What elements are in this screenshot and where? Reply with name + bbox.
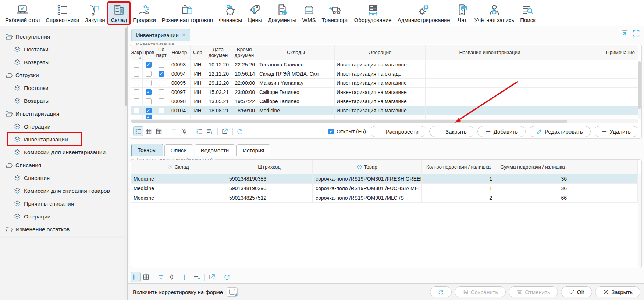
- nav-tree-item[interactable]: Списания: [0, 159, 127, 171]
- nav-tree-item[interactable]: Списания: [0, 171, 127, 184]
- toolbar-item[interactable]: Документы: [265, 2, 299, 24]
- shortage-row[interactable]: Medicine 5901348190390 сорочка-поло /RS1…: [131, 184, 638, 193]
- column-header-byparty[interactable]: По парт: [154, 45, 168, 60]
- byparty-checkbox[interactable]: [159, 80, 164, 86]
- column-header-product[interactable]: Товар: [313, 160, 422, 174]
- closed-checkbox[interactable]: [134, 80, 139, 86]
- shortage-row[interactable]: Medicine 5901348257512 сорочка-поло /RS1…: [131, 193, 638, 203]
- byparty-checkbox[interactable]: [159, 89, 164, 95]
- tab-close-icon[interactable]: ×: [182, 32, 185, 38]
- nav-tree-item[interactable]: Возвраты: [0, 56, 127, 69]
- nav-tree-item[interactable]: Отгрузки: [0, 69, 127, 82]
- toolbar-item[interactable]: Финансы: [216, 2, 245, 24]
- column-header-posted[interactable]: Пров: [143, 45, 154, 60]
- column-header-qty[interactable]: Кол-во недостачи / излишка: [422, 160, 495, 174]
- delete-button[interactable]: Удалить: [594, 126, 638, 137]
- byparty-checkbox[interactable]: [159, 98, 164, 104]
- edit-button[interactable]: Редактировать: [529, 126, 591, 137]
- toolbar-item[interactable]: WMS: [299, 2, 319, 24]
- cancel-button[interactable]: Отменить: [509, 286, 558, 297]
- open-checkbox[interactable]: [328, 129, 334, 134]
- byparty-checkbox[interactable]: [159, 62, 164, 68]
- nav-tree-item[interactable]: Изменение остатков: [0, 223, 127, 236]
- posted-checkbox[interactable]: [146, 98, 152, 104]
- column-header-note[interactable]: Примечание: [554, 45, 638, 60]
- toolbar-item[interactable]: Транспорт: [319, 2, 351, 24]
- byparty-checkbox[interactable]: [159, 71, 164, 77]
- horizontal-scrollbar[interactable]: [131, 119, 638, 123]
- closed-checkbox[interactable]: [134, 98, 139, 104]
- column-header-closed[interactable]: Закр: [131, 45, 143, 60]
- nav-tree-item[interactable]: Инвентаризации: [0, 133, 127, 146]
- toolbar-item[interactable]: Рабочий стол: [2, 2, 43, 24]
- vertical-scrollbar[interactable]: [638, 61, 641, 119]
- column-header-barcode[interactable]: Штрихкод: [226, 160, 313, 174]
- inventory-row[interactable]: 00104 ИН 18.08.21 8:59:00 Medicine Инвен…: [131, 106, 638, 115]
- posted-checkbox[interactable]: [146, 108, 152, 113]
- posted-checkbox[interactable]: [146, 89, 152, 95]
- inventory-row[interactable]: 00093 ИН 10.12.20 22:25:26 Terranova Гал…: [131, 60, 638, 69]
- toolbar-item[interactable]: Цены: [245, 2, 265, 24]
- nav-tree-item[interactable]: Поступления: [0, 30, 127, 43]
- byparty-checkbox[interactable]: [159, 108, 164, 113]
- column-header-number[interactable]: Номер: [168, 45, 191, 60]
- toolbar-item[interactable]: Поиск: [517, 2, 538, 24]
- closed-checkbox[interactable]: [134, 108, 139, 113]
- nav-tree-item[interactable]: Операции: [0, 210, 127, 223]
- toolbar-item[interactable]: Закупки: [82, 2, 108, 24]
- column-header-warehouses[interactable]: Склады: [257, 45, 335, 60]
- column-header-time[interactable]: Время докумен: [231, 45, 257, 60]
- nav-tree-item[interactable]: Инвентаризация: [0, 107, 127, 120]
- ok-button[interactable]: ОК: [561, 286, 592, 297]
- tab-inventories[interactable]: Инвентаризации ×: [131, 29, 190, 41]
- detail-tab[interactable]: Описи: [164, 144, 193, 156]
- column-header-sum[interactable]: Сумма недостачи / излишка: [495, 160, 570, 174]
- partially-visible-row[interactable]: [131, 115, 638, 119]
- toolbar-item[interactable]: Чат: [453, 2, 472, 24]
- detail-tab[interactable]: История: [236, 144, 270, 156]
- detail-tab[interactable]: Ведомости: [195, 144, 235, 156]
- nav-tree-item[interactable]: Поставки: [0, 43, 127, 56]
- column-header-name[interactable]: Название инвентаризации: [426, 45, 554, 60]
- nav-tree-item[interactable]: Причины списания: [0, 197, 127, 210]
- popout-icon[interactable]: [620, 29, 629, 37]
- posted-checkbox[interactable]: [146, 80, 152, 86]
- inventory-row[interactable]: 00097 ИН 15.03.21 23:00:00 Calliope Гали…: [131, 88, 638, 97]
- posted-checkbox[interactable]: [146, 62, 152, 68]
- inventory-row[interactable]: 00098 ИН 13.05.21 19:57:22 Calliope Гали…: [131, 97, 638, 106]
- toolbar-item[interactable]: Учётная запись: [472, 2, 517, 24]
- inventory-row[interactable]: 00095 ИН 29.12.20 22:00:00 Магазин Yamam…: [131, 79, 638, 88]
- nav-tree-item[interactable]: Комиссии для инвентаризации: [0, 146, 127, 159]
- adjustment-checkbox[interactable]: [227, 287, 238, 297]
- nav-tree-item[interactable]: Операции: [0, 120, 127, 133]
- vertical-scrollbar[interactable]: [638, 174, 641, 267]
- close-doc-button[interactable]: Закрыть: [429, 126, 474, 137]
- unpost-button[interactable]: Распровести: [370, 126, 426, 137]
- toolbar-item[interactable]: Розничная торговля: [159, 2, 216, 24]
- closed-checkbox[interactable]: [134, 62, 139, 68]
- toolbar-item[interactable]: Оборудование: [351, 2, 395, 24]
- posted-checkbox[interactable]: [146, 71, 152, 77]
- save-button[interactable]: Сохранить: [455, 286, 506, 297]
- inventory-row[interactable]: 00094 ИН 12.12.20 10:56:14 Склад ПЛЭЙ МО…: [131, 69, 638, 79]
- sidebar-scrollbar[interactable]: [124, 27, 127, 299]
- toolbar-item[interactable]: Склад: [108, 2, 130, 24]
- refresh-button[interactable]: [430, 286, 452, 297]
- toolbar-item[interactable]: Справочники: [43, 2, 82, 24]
- column-header-date[interactable]: Дата докумен: [205, 45, 231, 60]
- detail-tab[interactable]: Товары: [131, 144, 163, 156]
- shortage-row[interactable]: Medicine 5901348190383 сорочка-поло /RS1…: [131, 174, 638, 184]
- column-header-operation[interactable]: Операция: [335, 45, 426, 60]
- fullscreen-icon[interactable]: [632, 29, 640, 37]
- nav-tree-item[interactable]: Комиссии для списания товаров: [0, 184, 127, 197]
- column-header-warehouse[interactable]: Склад: [131, 160, 226, 174]
- close-button[interactable]: Закрыть: [595, 286, 640, 297]
- toolbar-item[interactable]: Администрирование: [395, 2, 453, 24]
- nav-tree-item[interactable]: Возвраты: [0, 94, 127, 107]
- closed-checkbox[interactable]: [134, 71, 139, 77]
- add-button[interactable]: Добавить: [477, 126, 526, 137]
- toolbar-item[interactable]: Продажи: [130, 2, 159, 24]
- column-header-series[interactable]: Сер: [191, 45, 205, 60]
- closed-checkbox[interactable]: [134, 89, 139, 95]
- nav-tree-item[interactable]: Поставки: [0, 82, 127, 94]
